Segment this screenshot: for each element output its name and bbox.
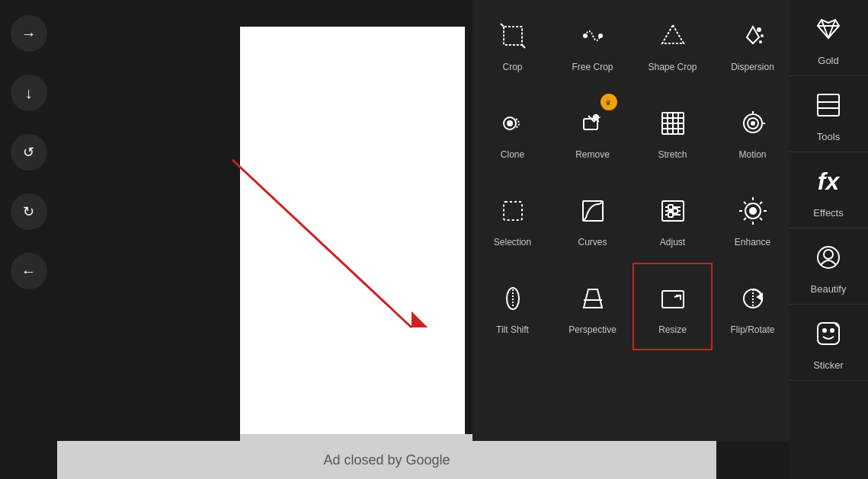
svg-marker-53 [584, 289, 602, 308]
svg-text:♛: ♛ [605, 99, 611, 107]
perspective-label: Perspective [569, 324, 617, 335]
svg-marker-60 [757, 294, 762, 300]
flip-rotate-label: Flip/Rotate [730, 324, 774, 335]
tool-crop[interactable]: Crop [472, 0, 553, 88]
gold-icon [809, 9, 848, 49]
right-sticker[interactable]: Sticker [789, 305, 868, 381]
adjust-label: Adjust [660, 237, 685, 247]
svg-rect-70 [818, 323, 839, 344]
svg-line-4 [522, 45, 525, 48]
tool-dispersion[interactable]: Dispersion [713, 0, 793, 88]
ad-text: Ad closed by Google [323, 452, 450, 468]
right-sidebar: Gold Tools fx Effects Beautify [789, 0, 868, 479]
selection-icon [493, 191, 533, 231]
tool-shape-crop[interactable]: Shape Crop [633, 0, 713, 88]
svg-rect-40 [673, 209, 677, 213]
tool-remove[interactable]: ★ ♛ Remove [553, 88, 633, 175]
right-beautify[interactable]: Beautify [789, 228, 868, 305]
stretch-label: Stretch [658, 149, 687, 160]
dispersion-label: Dispersion [731, 62, 774, 72]
left-sidebar: → ↓ ↺ ↻ ← [0, 0, 57, 479]
canvas-white [240, 27, 465, 438]
svg-marker-7 [662, 25, 684, 43]
svg-point-5 [584, 34, 587, 37]
curves-label: Curves [578, 237, 607, 247]
svg-point-9 [757, 27, 761, 32]
svg-rect-65 [818, 94, 839, 116]
tool-perspective[interactable]: Perspective [553, 263, 633, 350]
clone-label: Clone [501, 149, 524, 160]
download-button[interactable]: ↓ [11, 75, 47, 111]
svg-point-10 [761, 34, 764, 37]
tool-resize[interactable]: Resize [633, 263, 713, 350]
tools-icon [809, 85, 848, 125]
resize-label: Resize [658, 324, 687, 335]
ad-bar: Ad closed by Google [57, 441, 716, 479]
svg-rect-2 [504, 27, 522, 45]
free-crop-icon [573, 16, 613, 56]
canvas-area [57, 0, 472, 442]
enhance-icon [733, 191, 773, 231]
svg-rect-31 [504, 202, 522, 220]
beautify-label: Beautify [811, 283, 847, 295]
svg-point-11 [759, 40, 762, 43]
redo-button[interactable]: ↻ [11, 193, 47, 230]
svg-line-3 [501, 24, 504, 27]
crop-icon [493, 16, 533, 56]
gold-label: Gold [818, 55, 838, 66]
perspective-icon [573, 279, 613, 318]
shape-crop-icon [653, 16, 693, 56]
svg-rect-41 [668, 212, 673, 217]
svg-line-48 [744, 202, 746, 204]
svg-point-43 [750, 208, 756, 214]
enhance-label: Enhance [735, 237, 770, 247]
tool-grid: Crop Free Crop Shape Crop [472, 0, 793, 442]
resize-icon [653, 279, 693, 318]
tool-stretch[interactable]: Stretch [633, 88, 713, 175]
remove-label: Remove [575, 149, 610, 160]
svg-line-49 [760, 218, 762, 220]
curves-icon [573, 191, 613, 231]
adjust-icon [653, 191, 693, 231]
tool-tilt-shift[interactable]: Tilt Shift [472, 263, 553, 350]
tool-clone[interactable]: Clone [472, 88, 553, 175]
sticker-icon [809, 314, 848, 353]
motion-label: Motion [738, 149, 766, 160]
tools-label: Tools [817, 131, 840, 142]
svg-point-72 [831, 329, 834, 332]
tilt-shift-label: Tilt Shift [496, 324, 529, 335]
svg-line-58 [674, 295, 681, 297]
forward-button[interactable]: → [11, 15, 47, 52]
svg-point-71 [823, 329, 826, 332]
tool-selection[interactable]: Selection [472, 175, 553, 263]
right-gold[interactable]: Gold [789, 0, 868, 76]
effects-icon: fx [809, 161, 848, 201]
back-button[interactable]: ← [11, 253, 47, 289]
beautify-icon [809, 238, 848, 277]
svg-text:★: ★ [594, 115, 599, 122]
tool-flip-rotate[interactable]: Flip/Rotate [713, 263, 793, 350]
svg-line-51 [744, 218, 746, 220]
svg-point-69 [824, 250, 833, 259]
undo-button[interactable]: ↺ [11, 134, 47, 171]
svg-rect-39 [668, 205, 673, 209]
dispersion-icon [733, 16, 773, 56]
svg-point-13 [508, 121, 512, 126]
right-tools[interactable]: Tools [789, 76, 868, 152]
svg-point-6 [599, 34, 602, 37]
crop-label: Crop [502, 62, 522, 72]
svg-line-50 [760, 202, 762, 204]
tool-motion[interactable]: Motion [713, 88, 793, 175]
shape-crop-label: Shape Crop [648, 62, 697, 72]
sticker-label: Sticker [813, 359, 844, 371]
svg-point-28 [751, 122, 754, 125]
tool-adjust[interactable]: Adjust [633, 175, 713, 263]
flip-rotate-icon [733, 279, 773, 318]
free-crop-label: Free Crop [572, 62, 613, 72]
tool-enhance[interactable]: Enhance [713, 175, 793, 263]
tilt-shift-icon [493, 279, 533, 318]
clone-icon [493, 104, 533, 143]
tool-free-crop[interactable]: Free Crop [553, 0, 633, 88]
right-effects[interactable]: fx Effects [789, 152, 868, 228]
tool-curves[interactable]: Curves [553, 175, 633, 263]
